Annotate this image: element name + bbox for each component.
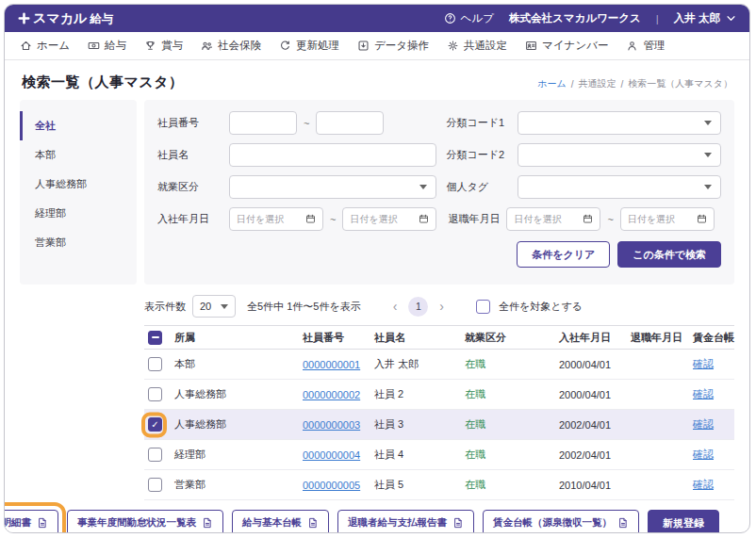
retirement-date-from-picker[interactable]: 日付を選択 (506, 207, 600, 231)
pdf-icon (37, 517, 48, 529)
category-code2-select[interactable] (518, 143, 721, 167)
ledger-confirm-link[interactable]: 確認 (693, 478, 734, 492)
caret-down-icon (419, 185, 427, 189)
nav-item-5[interactable]: データ操作 (357, 39, 429, 53)
nav-item-0[interactable]: ホーム (20, 39, 70, 53)
ledger-confirm-link[interactable]: 確認 (693, 417, 734, 432)
column-header-6: 賃金台帳 (693, 331, 734, 345)
employee-code-link[interactable]: 0000000001 (303, 359, 374, 370)
employee-code-link[interactable]: 0000000002 (303, 389, 374, 400)
row-checkbox[interactable] (148, 417, 162, 432)
column-header-0: 所属 (174, 331, 303, 345)
employee-number-from-input[interactable] (229, 111, 297, 135)
pdf-report-button-3[interactable]: 退職者給与支払報告書 (337, 510, 474, 533)
user-menu[interactable]: 入井 太郎 (674, 11, 736, 25)
ledger-confirm-link[interactable]: 確認 (693, 357, 734, 371)
employee-code-link[interactable]: 0000000005 (303, 480, 374, 491)
employee-number-to-input[interactable] (316, 111, 384, 135)
help-button[interactable]: ヘルプ (444, 11, 494, 25)
main-nav: ホーム 給与 賞与 社会保険 更新処理 (5, 32, 749, 60)
caret-down-icon (704, 185, 712, 189)
personal-tag-select[interactable] (518, 175, 721, 199)
pagination: ‹ 1 › (393, 297, 444, 317)
nav-item-1[interactable]: 給与 (88, 39, 126, 53)
employee-name-label: 社員名 (157, 148, 229, 162)
retirement-date-to-picker[interactable]: 日付を選択 (620, 207, 715, 231)
nav-item-2[interactable]: 賞与 (144, 39, 183, 53)
breadcrumb-item-1[interactable]: 共通設定 (579, 77, 616, 90)
nav-item-label: 賞与 (161, 39, 183, 53)
breadcrumb-item-2[interactable]: 検索一覧（人事マスタ） (628, 77, 732, 90)
nav-item-8[interactable]: 管理 (626, 39, 665, 53)
hire-date-to-picker[interactable]: 日付を選択 (342, 207, 436, 231)
select-all-checkbox[interactable] (476, 300, 490, 314)
sidebar-item-1[interactable]: 本部 (20, 140, 137, 170)
chevron-down-icon (726, 13, 736, 24)
app-logo[interactable]: スマカル 給与 (18, 10, 113, 27)
hire-date-from-picker[interactable]: 日付を選択 (229, 207, 323, 231)
settings-icon (447, 40, 459, 52)
footer-actions: 事業年度間支払明細書 事業年度間勤怠状況一覧表 給与基本台帳 退職者給与支払報告… (20, 500, 734, 533)
sidebar-item-3[interactable]: 経理部 (20, 199, 137, 228)
cell-hire-date: 2000/04/01 (559, 389, 631, 400)
table-row-4: 営業部 0000000005 社員 5 在職 2010/04/01 確認 (144, 470, 734, 500)
pdf-report-button-4[interactable]: 賃金台帳（源泉徴収一覧） (483, 510, 639, 533)
nav-item-3[interactable]: 社会保険 (201, 39, 261, 53)
sidebar-item-4[interactable]: 営業部 (20, 228, 137, 257)
sidebar-item-2[interactable]: 人事総務部 (20, 170, 137, 199)
range-separator: ~ (330, 214, 336, 225)
employee-code-link[interactable]: 0000000004 (303, 449, 374, 461)
cell-hire-date: 2002/04/01 (559, 419, 631, 431)
ledger-confirm-link[interactable]: 確認 (693, 387, 734, 401)
clear-conditions-button[interactable]: 条件をクリア (517, 241, 610, 268)
nav-item-6[interactable]: 共通設定 (447, 39, 507, 53)
row-checkbox[interactable] (148, 357, 162, 371)
table-header: 所属 社員番号 社員名 就業区分 入社年月日 退職年月日 賃金台帳 (144, 325, 734, 350)
page-number[interactable]: 1 (408, 297, 428, 317)
breadcrumb-item-0[interactable]: ホーム (537, 77, 566, 90)
prev-page-button[interactable]: ‹ (393, 300, 398, 313)
pdf-icon (307, 517, 319, 529)
pdf-report-button-0[interactable]: 事業年度間支払明細書 (4, 510, 58, 533)
employee-table: 所属 社員番号 社員名 就業区分 入社年月日 退職年月日 賃金台帳 (144, 325, 734, 500)
retirement-date-label: 退職年月日 (448, 212, 506, 226)
row-checkbox[interactable] (148, 448, 162, 462)
employment-type-select[interactable] (229, 175, 436, 199)
table-row-3: 経理部 0000000004 社員 4 在職 2002/04/01 確認 (144, 440, 734, 470)
employee-name-input[interactable] (229, 143, 436, 167)
sidebar-item-0[interactable]: 全社 (20, 111, 137, 140)
pdf-icon (452, 517, 464, 529)
my-number-icon (525, 40, 537, 52)
plus-icon (18, 12, 30, 24)
search-button[interactable]: この条件で検索 (617, 241, 721, 268)
range-separator: ~ (304, 118, 309, 129)
pdf-report-button-1[interactable]: 事業年度間勤怠状況一覧表 (67, 510, 223, 533)
per-page-label: 表示件数 (144, 300, 186, 314)
topbar-divider: | (656, 13, 659, 24)
cell-hire-date: 2002/04/01 (559, 449, 631, 461)
row-checkbox[interactable] (148, 478, 162, 492)
per-page-select[interactable]: 20 (192, 295, 236, 318)
nav-item-4[interactable]: 更新処理 (279, 39, 339, 53)
select-page-checkbox[interactable] (148, 331, 162, 345)
column-header-5: 退職年月日 (631, 331, 693, 345)
cell-employment-status: 在職 (465, 478, 559, 492)
employee-code-link[interactable]: 0000000003 (303, 419, 374, 431)
update-icon (279, 40, 291, 52)
new-register-button[interactable]: 新規登録 (648, 510, 719, 533)
caret-down-icon (704, 121, 712, 125)
next-page-button[interactable]: › (439, 300, 444, 313)
cell-employee-name: 入井 太郎 (374, 357, 465, 371)
page-title: 検索一覧（人事マスタ） (22, 73, 184, 91)
row-checkbox[interactable] (148, 387, 162, 401)
column-header-3: 就業区分 (465, 331, 559, 345)
ledger-confirm-link[interactable]: 確認 (693, 448, 734, 462)
cell-department: 営業部 (174, 478, 303, 492)
help-icon (444, 12, 456, 24)
search-form-panel: 社員番号 ~ 分類コード1 社員名 分類コード2 (144, 100, 734, 285)
nav-item-7[interactable]: マイナンバー (525, 39, 608, 53)
category-code1-select[interactable] (518, 111, 721, 135)
company-name: 株式会社スマカルワークス (509, 11, 641, 25)
calendar-icon (583, 214, 593, 224)
pdf-report-button-2[interactable]: 給与基本台帳 (232, 510, 329, 533)
